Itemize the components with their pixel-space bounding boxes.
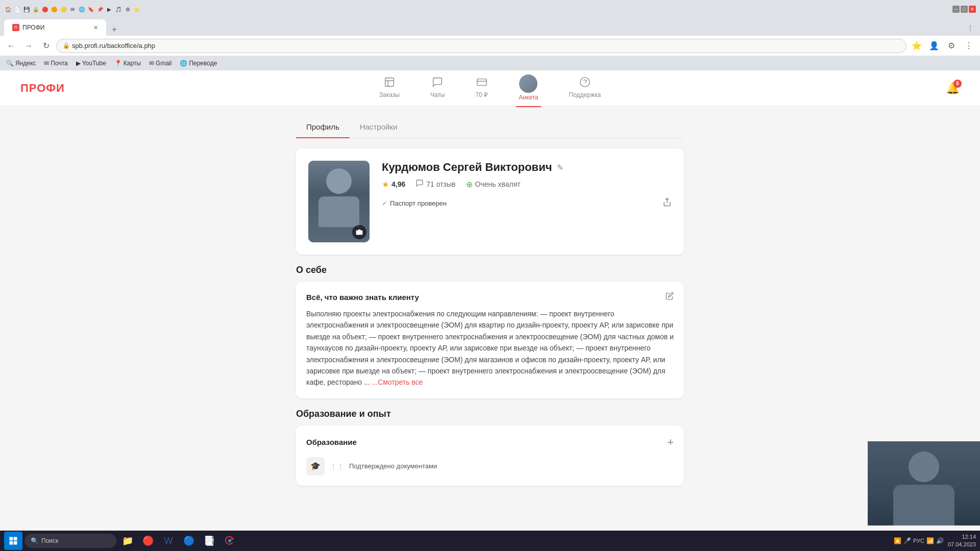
bookmark-translate[interactable]: 🌐 Переводе: [178, 59, 219, 68]
browser-tab-bar: 🏠 📄 💾 🔒 🔴 🟠 🟡 ✉ 🌐 🔖 📌 ▶ 🎵 ⚙ ⭐ ─ □ ✕: [0, 0, 980, 18]
about-edit-button[interactable]: [666, 292, 674, 302]
rating-value: 4,96: [391, 180, 405, 188]
brand-logo[interactable]: ПРОФИ: [20, 82, 65, 95]
about-section-title: О себе: [296, 265, 684, 276]
avatar-wrapper: [308, 161, 370, 242]
wallet-icon: [476, 77, 487, 90]
toolbar-icon-11[interactable]: 📌: [96, 5, 104, 13]
toolbar-icon-5[interactable]: 🔴: [41, 5, 49, 13]
youtube-icon: ▶: [76, 60, 81, 67]
video-feed: [868, 441, 980, 506]
maps-icon: 📍: [114, 60, 122, 67]
share-button[interactable]: [663, 197, 672, 209]
gmail-icon: ✉: [149, 60, 154, 67]
support-icon: [579, 77, 591, 90]
tab-profile[interactable]: Профиль: [296, 116, 350, 138]
education-icon: 🎓: [306, 457, 325, 475]
about-card: Всё, что важно знать клиенту Выполняю пр…: [296, 282, 684, 398]
svg-point-5: [580, 78, 590, 87]
maximize-button[interactable]: □: [961, 6, 968, 13]
orders-icon: [384, 77, 395, 90]
education-title: Образование: [306, 438, 357, 446]
top-navigation: ПРОФИ Заказы Чаты: [0, 70, 980, 106]
nav-support[interactable]: Поддержка: [567, 71, 604, 105]
education-header: Образование +: [306, 436, 674, 449]
toolbar-icon-7[interactable]: 🟡: [59, 5, 67, 13]
tab-favicon: П: [12, 24, 19, 31]
yandex-icon: 🔍: [6, 60, 14, 67]
toolbar-icon-10[interactable]: 🔖: [87, 5, 95, 13]
extensions-button[interactable]: ⚙: [944, 39, 959, 53]
mail-icon: ✉: [44, 60, 49, 67]
toolbar-icon-9[interactable]: 🌐: [78, 5, 86, 13]
praise-stat: ⊕ Очень хвалят: [466, 180, 521, 189]
profile-nav-icon: [519, 74, 537, 93]
close-button[interactable]: ✕: [969, 6, 976, 13]
active-tab[interactable]: П ПРОФИ ✕: [4, 19, 106, 36]
toolbar-icon-15[interactable]: ⭐: [133, 5, 141, 13]
toolbar-icon-3[interactable]: 💾: [22, 5, 31, 13]
toolbar-icon-8[interactable]: ✉: [68, 5, 77, 13]
profile-button[interactable]: 👤: [927, 39, 941, 53]
nav-orders[interactable]: Заказы: [377, 71, 402, 105]
browser-settings-icon[interactable]: ⋮: [965, 22, 976, 34]
main-container: Профиль Настройки Курдюмов Сергей Виктор…: [286, 106, 694, 506]
passport-badge: ✓ Паспорт проверен: [382, 199, 447, 207]
bookmark-youtube[interactable]: ▶ YouTube: [74, 59, 108, 68]
reload-button[interactable]: ↻: [39, 39, 53, 53]
toolbar-icon-2[interactable]: 📄: [13, 5, 21, 13]
bookmark-button[interactable]: ⭐: [910, 39, 924, 53]
reviews-stat[interactable]: 71 отзыв: [415, 179, 455, 189]
avatar-camera-button[interactable]: [352, 225, 366, 239]
reviews-icon: [415, 179, 424, 189]
video-overlay: [868, 441, 980, 506]
profile-name: Курдюмов Сергей Викторович: [382, 161, 552, 174]
translate-icon: 🌐: [180, 60, 187, 67]
profile-stats: ★ 4,96 71 отзыв ⊕ Очень хвалят: [382, 179, 672, 189]
url-text: spb.profi.ru/backoffice/a.php: [72, 42, 155, 49]
more-button[interactable]: ⋮: [962, 39, 976, 53]
bookmark-gmail[interactable]: ✉ Gmail: [147, 59, 174, 68]
profile-badges-row: ✓ Паспорт проверен: [382, 197, 672, 209]
bookmark-maps[interactable]: 📍 Карты: [112, 59, 143, 68]
education-row: 🎓 ⋮⋮ Подтверждено документами: [306, 457, 674, 475]
plus-icon: ⊕: [466, 180, 473, 189]
tab-settings[interactable]: Настройки: [350, 116, 408, 138]
toolbar-icon-13[interactable]: 🎵: [114, 5, 122, 13]
drag-handle-icon[interactable]: ⋮⋮: [330, 462, 344, 470]
check-icon: ✓: [382, 199, 387, 207]
education-card: Образование + 🎓 ⋮⋮ Подтверждено документ…: [296, 425, 684, 486]
bookmark-mail[interactable]: ✉ Почта: [42, 59, 69, 68]
minimize-button[interactable]: ─: [952, 6, 960, 13]
new-tab-button[interactable]: +: [108, 23, 120, 36]
nav-chats[interactable]: Чаты: [428, 71, 448, 105]
bookmark-yandex[interactable]: 🔍 Яндекс: [4, 59, 38, 68]
rating-stat: ★ 4,96: [382, 180, 405, 189]
forward-button[interactable]: →: [21, 39, 36, 53]
profile-info: Курдюмов Сергей Викторович ✎ ★ 4,96: [382, 161, 672, 209]
star-icon: ★: [382, 180, 389, 189]
toolbar-icon-6[interactable]: 🟠: [50, 5, 58, 13]
back-button[interactable]: ←: [4, 39, 18, 53]
toolbar-icon-12[interactable]: ▶: [105, 5, 113, 13]
read-more-link[interactable]: ...Смотреть все: [372, 378, 423, 386]
tab-close-icon[interactable]: ✕: [93, 24, 98, 31]
toolbar-icon-1[interactable]: 🏠: [4, 5, 12, 13]
toolbar-icon-14[interactable]: ⚙: [124, 5, 132, 13]
nav-profile[interactable]: Анкета: [516, 69, 541, 107]
profile-card: Курдюмов Сергей Викторович ✎ ★ 4,96: [296, 148, 684, 255]
about-text: Выполняю проекты электроснабжения по сле…: [306, 308, 674, 388]
browser-nav-bar: ← → ↻ 🔒 spb.profi.ru/backoffice/a.php ⭐ …: [0, 36, 980, 56]
reviews-label: 71 отзыв: [426, 180, 455, 188]
add-education-button[interactable]: +: [667, 436, 674, 449]
toolbar-icon-4[interactable]: 🔒: [32, 5, 40, 13]
chats-icon: [432, 77, 443, 90]
page-content: ПРОФИ Заказы Чаты: [0, 70, 980, 506]
bell-button[interactable]: 🔔 6: [946, 82, 960, 95]
edit-name-button[interactable]: ✎: [557, 163, 564, 172]
praise-label: Очень хвалят: [475, 180, 521, 188]
svg-rect-0: [385, 78, 394, 87]
url-bar[interactable]: 🔒 spb.profi.ru/backoffice/a.php: [56, 39, 906, 53]
browser-chrome: 🏠 📄 💾 🔒 🔴 🟠 🟡 ✉ 🌐 🔖 📌 ▶ 🎵 ⚙ ⭐ ─ □ ✕ П: [0, 0, 980, 70]
nav-wallet[interactable]: 70 ₽: [473, 71, 491, 105]
